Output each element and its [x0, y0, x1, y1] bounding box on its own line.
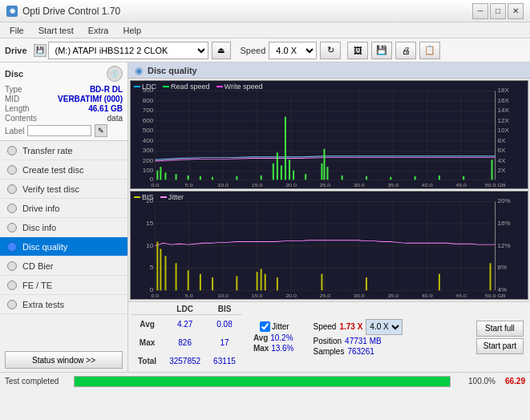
label-input[interactable]	[27, 125, 91, 136]
nav-cd-bier[interactable]: CD Bier	[0, 256, 127, 276]
start-full-button[interactable]: Start full	[476, 321, 524, 337]
start-part-button[interactable]: Start part	[476, 338, 524, 354]
position-label: Position	[314, 337, 342, 345]
svg-text:10.0: 10.0	[217, 183, 229, 188]
stats-row-avg: Avg 4.27 0.08	[131, 315, 242, 334]
stats-table-area: LDC BIS Avg 4.27 0.08 Max 826	[128, 302, 530, 372]
nav-drive-info[interactable]: Drive info	[0, 199, 127, 218]
transfer-rate-icon	[6, 145, 18, 156]
max-ldc: 826	[163, 333, 207, 352]
close-button[interactable]: ✕	[508, 3, 524, 19]
speed-value: 1.73 X	[339, 322, 362, 331]
svg-text:100: 100	[143, 168, 153, 174]
svg-rect-46	[439, 176, 440, 180]
save-button[interactable]: 💾	[371, 42, 392, 59]
content-header: ◉ Disc quality	[128, 63, 530, 79]
fe-te-icon	[6, 280, 18, 291]
svg-text:0.0: 0.0	[151, 183, 159, 188]
svg-text:5.0: 5.0	[185, 183, 193, 188]
svg-rect-30	[236, 176, 237, 180]
nav-fe-te[interactable]: FE / TE	[0, 276, 127, 295]
nav-extra-tests[interactable]: Extra tests	[0, 295, 127, 314]
svg-rect-107	[265, 274, 266, 291]
svg-text:45.0: 45.0	[455, 293, 467, 299]
menu-extra[interactable]: Extra	[82, 24, 115, 37]
svg-text:10.0: 10.0	[217, 293, 229, 299]
disc-info-icon: 💿	[107, 66, 123, 82]
svg-text:20.0: 20.0	[285, 183, 297, 188]
speed-row: Speed 1.73 X 4.0 X	[314, 319, 403, 335]
svg-rect-109	[321, 274, 322, 291]
action-buttons: Start full Start part	[473, 304, 527, 370]
jitter-legend-label: Jitter	[168, 193, 184, 201]
svg-rect-45	[415, 176, 416, 180]
nav-disc-quality[interactable]: Disc quality	[0, 237, 127, 256]
print-button[interactable]: 🖨	[395, 42, 416, 59]
status-window-button[interactable]: Status window >>	[5, 351, 123, 369]
svg-text:10: 10	[146, 242, 153, 248]
refresh-button[interactable]: ↻	[320, 42, 341, 59]
mid-value: VERBATIMf (000)	[58, 95, 123, 103]
app-title: Opti Drive Control 1.70	[22, 6, 120, 17]
svg-text:12X: 12X	[498, 117, 509, 123]
menu-file[interactable]: File	[3, 24, 30, 37]
jitter-checkbox[interactable]	[260, 321, 270, 332]
bottom-chart-svg: 20 15 10 5 0 20% 16% 12% 8% 4%	[131, 192, 528, 299]
svg-rect-28	[200, 176, 201, 180]
svg-text:50.0 GB: 50.0 GB	[485, 183, 506, 188]
svg-rect-40	[323, 149, 325, 180]
svg-text:40.0: 40.0	[422, 293, 433, 299]
speed-select[interactable]: 4.0 X	[269, 42, 317, 59]
settings-button[interactable]: 🖼	[347, 42, 368, 59]
svg-text:12%: 12%	[498, 242, 511, 248]
speed-dropdown[interactable]: 4.0 X	[366, 319, 403, 335]
svg-text:40.0: 40.0	[422, 183, 433, 188]
jitter-checkbox-row[interactable]: Jitter	[260, 321, 294, 332]
label-edit-button[interactable]: ✎	[95, 124, 107, 137]
nav-disc-info[interactable]: Disc info	[0, 218, 127, 237]
nav-disc-quality-label: Disc quality	[22, 242, 67, 252]
maximize-button[interactable]: □	[490, 3, 506, 19]
nav-transfer-rate[interactable]: Transfer rate	[0, 141, 127, 160]
title-bar: ◉ Opti Drive Control 1.70 ─ □ ✕	[0, 0, 530, 22]
extra-tests-icon	[6, 299, 18, 310]
mid-label: MID	[5, 95, 19, 103]
nav-verify-test-disc[interactable]: Verify test disc	[0, 180, 127, 199]
total-ldc: 3257852	[163, 352, 207, 370]
contents-value: data	[107, 114, 123, 123]
drive-select[interactable]: (M:) ATAPI iHBS112 2 CLOK	[48, 42, 208, 59]
eject-button[interactable]: ⏏	[212, 42, 231, 59]
avg-ldc: 4.27	[163, 315, 207, 334]
svg-rect-108	[277, 277, 278, 290]
copy-button[interactable]: 📋	[419, 42, 440, 59]
stats-row-total: Total 3257852 63115	[131, 352, 242, 370]
disc-info-icon	[6, 222, 18, 233]
bottom-panel: LDC BIS Avg 4.27 0.08 Max 826	[128, 301, 530, 372]
menu-start-test[interactable]: Start test	[32, 24, 80, 37]
nav-create-test-disc-label: Create test disc	[22, 165, 83, 175]
position-value: 47731 MB	[345, 337, 382, 345]
svg-rect-32	[273, 164, 274, 180]
svg-rect-105	[257, 272, 258, 290]
menu-help[interactable]: Help	[116, 24, 148, 37]
avg-label: Avg	[131, 315, 163, 334]
svg-rect-98	[160, 248, 161, 290]
svg-text:6X: 6X	[498, 147, 506, 154]
top-chart-legend: LDC Read speed Write speed	[134, 83, 262, 91]
jitter-max-value: 13.6%	[271, 344, 293, 353]
avg-bis: 0.08	[207, 315, 242, 334]
position-row: Position 47731 MB	[314, 337, 403, 345]
nav-disc-info-label: Disc info	[22, 223, 56, 232]
svg-text:45.0: 45.0	[455, 183, 467, 188]
nav-create-test-disc[interactable]: Create test disc	[0, 160, 127, 180]
svg-text:15: 15	[146, 220, 153, 226]
svg-text:500: 500	[143, 127, 153, 134]
length-value: 46.61 GB	[88, 104, 123, 113]
minimize-button[interactable]: ─	[472, 3, 488, 19]
svg-rect-110	[366, 277, 367, 290]
jitter-avg-label: Avg	[253, 333, 270, 342]
svg-text:10X: 10X	[498, 127, 509, 134]
svg-rect-37	[293, 171, 294, 180]
svg-rect-100	[176, 263, 177, 290]
samples-label: Samples	[314, 347, 345, 356]
